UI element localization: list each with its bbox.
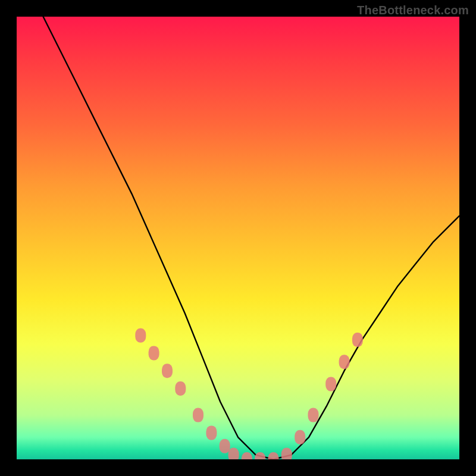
marker-dot — [135, 328, 146, 343]
plot-area — [17, 17, 459, 459]
marker-dot — [295, 430, 305, 444]
marker-dot — [162, 364, 173, 378]
curve-path — [43, 17, 459, 459]
curve-markers — [135, 328, 363, 459]
marker-dot — [149, 346, 159, 360]
marker-dot — [308, 408, 319, 422]
marker-dot — [268, 452, 279, 459]
bottleneck-curve — [43, 17, 459, 459]
marker-dot — [339, 355, 350, 369]
marker-dot — [281, 448, 292, 459]
marker-dot — [352, 333, 363, 347]
marker-dot — [220, 439, 230, 453]
watermark-text: TheBottleneck.com — [357, 4, 469, 17]
marker-dot — [175, 381, 186, 396]
chart-svg — [17, 17, 459, 459]
marker-dot — [193, 408, 203, 422]
marker-dot — [255, 452, 265, 459]
chart-frame: TheBottleneck.com — [0, 0, 476, 476]
marker-dot — [242, 452, 252, 459]
marker-dot — [206, 425, 217, 440]
marker-dot — [325, 377, 336, 392]
marker-dot — [228, 448, 239, 459]
